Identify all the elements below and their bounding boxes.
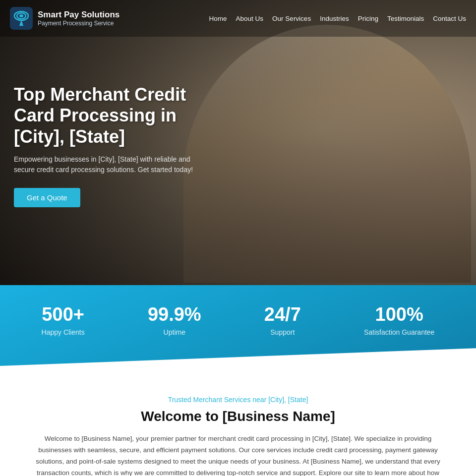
site-header: Smart Pay Solutions Payment Processing S… xyxy=(0,0,476,37)
nav-about[interactable]: About Us xyxy=(236,15,264,22)
stat-uptime: 99.9% Uptime xyxy=(148,304,201,336)
stat-label-support: Support xyxy=(264,328,301,336)
stat-number-satisfaction: 100% xyxy=(364,304,434,325)
hero-subtext: Empowering businesses in [City], [State]… xyxy=(14,154,212,175)
logo-area: Smart Pay Solutions Payment Processing S… xyxy=(10,7,119,30)
cta-get-quote-button[interactable]: Get a Quote xyxy=(14,188,80,207)
stat-label-satisfaction: Satisfaction Guarantee xyxy=(364,328,434,336)
nav-home[interactable]: Home xyxy=(209,15,227,22)
about-tagline: Trusted Merchant Services near [City], [… xyxy=(20,396,456,404)
logo-icon xyxy=(10,7,33,30)
nav-testimonials[interactable]: Testimonials xyxy=(387,15,424,22)
stat-number-clients: 500+ xyxy=(42,304,85,325)
about-section: Trusted Merchant Services near [City], [… xyxy=(0,366,476,476)
hero-heading: Top Merchant Credit Card Processing in [… xyxy=(14,84,212,147)
about-body: Welcome to [Business Name], your premier… xyxy=(35,433,441,476)
nav-pricing[interactable]: Pricing xyxy=(358,15,378,22)
stat-label-clients: Happy Clients xyxy=(42,328,85,336)
nav-industries[interactable]: Industries xyxy=(320,15,349,22)
stat-happy-clients: 500+ Happy Clients xyxy=(42,304,85,336)
stats-bar: 500+ Happy Clients 99.9% Uptime 24/7 Sup… xyxy=(0,285,476,366)
stat-number-support: 24/7 xyxy=(264,304,301,325)
logo-text-group: Smart Pay Solutions Payment Processing S… xyxy=(38,10,119,27)
nav-contact[interactable]: Contact Us xyxy=(433,15,466,22)
stat-label-uptime: Uptime xyxy=(148,328,201,336)
stat-satisfaction: 100% Satisfaction Guarantee xyxy=(364,304,434,336)
hero-section: Top Merchant Credit Card Processing in [… xyxy=(0,0,476,285)
stat-support: 24/7 Support xyxy=(264,304,301,336)
main-nav: Home About Us Our Services Industries Pr… xyxy=(209,15,466,22)
about-heading: Welcome to [Business Name] xyxy=(20,409,456,424)
logo-title: Smart Pay Solutions xyxy=(38,10,119,20)
hero-content: Top Merchant Credit Card Processing in [… xyxy=(14,84,212,207)
nav-services[interactable]: Our Services xyxy=(272,15,311,22)
svg-point-3 xyxy=(19,14,23,17)
logo-subtitle: Payment Processing Service xyxy=(38,20,119,27)
stat-number-uptime: 99.9% xyxy=(148,304,201,325)
